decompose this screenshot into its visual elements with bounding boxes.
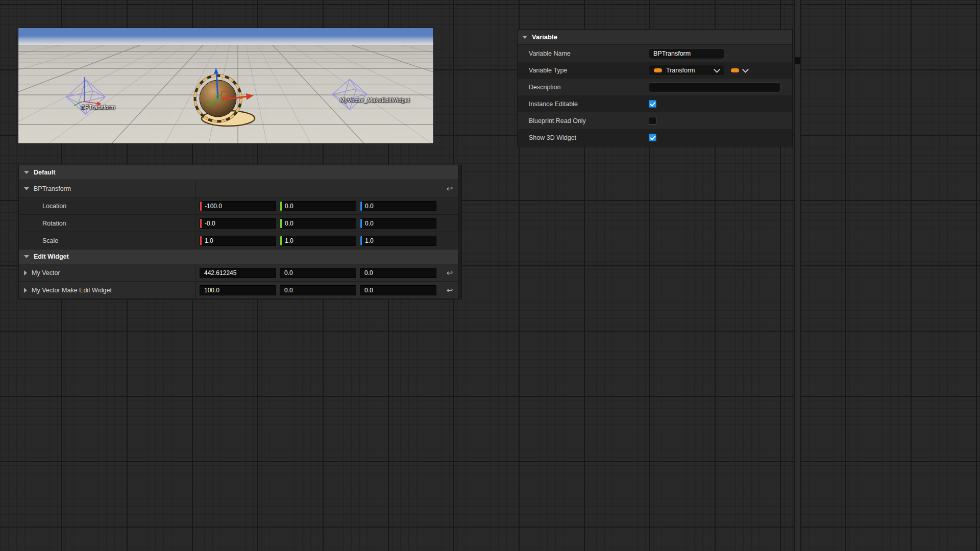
field-label: Variable Name: [518, 50, 649, 57]
collapse-triangle-icon[interactable]: [24, 255, 29, 258]
variable-type-row: Variable Type Transform: [518, 62, 792, 79]
property-row-scale: Scale 1.0 1.0 1.0: [19, 232, 461, 249]
property-label: Scale: [42, 237, 58, 244]
my-vector-mew-y-input[interactable]: 0.0: [280, 285, 356, 295]
actor-label-myvector-makeeditwidget: MyVector_MakeEditWidget: [340, 97, 410, 103]
rotation-z-value: 0.0: [362, 220, 374, 227]
field-label: Blueprint Read Only: [518, 117, 649, 124]
transform-type-pill-icon: [654, 68, 662, 72]
field-label: Variable Type: [518, 67, 649, 74]
scale-x-input[interactable]: 1.0: [200, 236, 276, 246]
scale-x-value: 1.0: [202, 237, 213, 244]
my-vector-y-value: 0.0: [284, 269, 293, 277]
scale-y-input[interactable]: 1.0: [280, 236, 356, 246]
location-x-value: -100.0: [202, 203, 222, 210]
property-row-rotation: Rotation -0.0 0.0 0.0: [19, 215, 461, 232]
instance-editable-checkbox[interactable]: [649, 100, 656, 108]
reset-to-default-button[interactable]: ↩: [443, 285, 456, 295]
rotation-y-input[interactable]: 0.0: [280, 218, 356, 229]
property-row-location: Location -100.0 0.0 0.0: [19, 197, 461, 215]
variable-section-header[interactable]: Variable: [518, 30, 792, 45]
my-vector-mew-z-value: 0.0: [364, 287, 373, 294]
rotation-z-input[interactable]: 0.0: [360, 218, 436, 229]
container-type-dropdown[interactable]: [729, 65, 756, 76]
category-header-default[interactable]: Default: [19, 165, 461, 180]
property-row-bptransform[interactable]: BPTransform ↩: [19, 180, 461, 197]
property-label: Location: [42, 203, 66, 210]
my-vector-x-input[interactable]: 442.612245: [200, 268, 276, 278]
scale-z-input[interactable]: 1.0: [360, 236, 436, 246]
field-label: Show 3D Widget: [518, 134, 649, 141]
container-type-pill-icon: [731, 68, 739, 72]
blueprint-graph-background[interactable]: BPTransform MyVector_MakeEditWidget Defa…: [0, 0, 980, 551]
instance-editable-row: Instance Editable: [518, 95, 792, 112]
field-label: Description: [518, 84, 649, 91]
property-row-my-vector[interactable]: My Vector 442.612245 0.0 0.0 ↩: [19, 264, 461, 282]
variable-type-dropdown[interactable]: Transform: [649, 65, 724, 76]
location-x-input[interactable]: -100.0: [200, 201, 276, 211]
actor-label-bptransform: BPTransform: [81, 104, 115, 110]
splitter-notch: [795, 57, 800, 64]
property-label: My Vector: [32, 269, 60, 277]
rotation-x-value: -0.0: [202, 220, 215, 227]
location-y-input[interactable]: 0.0: [280, 201, 356, 211]
variable-name-value: BPTransform: [653, 50, 691, 57]
my-vector-mew-x-value: 100.0: [204, 287, 219, 294]
show-3d-widget-row: Show 3D Widget: [518, 129, 792, 146]
chevron-down-icon: [714, 66, 720, 73]
my-vector-mew-x-input[interactable]: 100.0: [200, 285, 276, 295]
my-vector-z-value: 0.0: [364, 269, 373, 277]
variable-name-row: Variable Name BPTransform: [518, 45, 792, 62]
property-label: Rotation: [42, 220, 66, 227]
location-z-value: 0.0: [362, 203, 374, 210]
category-label: Edit Widget: [34, 253, 69, 260]
sky: [18, 28, 433, 45]
category-header-edit-widget[interactable]: Edit Widget: [19, 249, 461, 264]
rotation-x-input[interactable]: -0.0: [200, 218, 276, 229]
rotation-y-value: 0.0: [282, 220, 293, 227]
my-vector-z-input[interactable]: 0.0: [360, 268, 436, 278]
chevron-down-icon: [742, 66, 749, 73]
viewport-3d[interactable]: BPTransform MyVector_MakeEditWidget: [18, 28, 433, 143]
show-3d-widget-checkbox[interactable]: [649, 134, 656, 141]
location-z-input[interactable]: 0.0: [360, 201, 436, 211]
variable-type-value: Transform: [666, 67, 695, 74]
location-y-value: 0.0: [282, 203, 293, 210]
scale-y-value: 1.0: [282, 237, 293, 244]
viewport-render: [18, 28, 433, 143]
reset-to-default-button[interactable]: ↩: [443, 184, 456, 194]
collapse-triangle-icon[interactable]: [24, 187, 29, 190]
my-vector-y-input[interactable]: 0.0: [280, 268, 356, 278]
property-label: My Vector Make Edit Widget: [32, 287, 112, 294]
property-label: BPTransform: [34, 185, 71, 192]
variable-name-input[interactable]: BPTransform: [649, 48, 724, 59]
details-scrollbar[interactable]: [458, 165, 461, 299]
field-label: Instance Editable: [518, 101, 649, 108]
expand-triangle-icon[interactable]: [24, 270, 27, 276]
category-label: Default: [34, 169, 55, 176]
blueprint-read-only-checkbox[interactable]: [649, 117, 656, 124]
property-row-my-vector-make-edit-widget[interactable]: My Vector Make Edit Widget 100.0 0.0 0.0…: [19, 282, 461, 299]
details-panel: Default BPTransform ↩ Location -100.0 0.…: [18, 165, 462, 299]
reset-to-default-button[interactable]: ↩: [443, 268, 456, 278]
description-input[interactable]: [649, 82, 780, 92]
panel-splitter[interactable]: [794, 0, 801, 551]
blueprint-read-only-row: Blueprint Read Only: [518, 112, 792, 129]
section-title: Variable: [532, 33, 557, 41]
my-vector-mew-y-value: 0.0: [284, 287, 293, 294]
variable-details-panel: Variable Variable Name BPTransform Varia…: [517, 29, 793, 146]
expand-triangle-icon[interactable]: [24, 288, 27, 293]
scale-z-value: 1.0: [362, 237, 374, 244]
collapse-triangle-icon[interactable]: [24, 171, 29, 174]
my-vector-mew-z-input[interactable]: 0.0: [360, 285, 436, 295]
collapse-triangle-icon[interactable]: [522, 36, 527, 39]
my-vector-x-value: 442.612245: [204, 269, 236, 277]
description-row: Description: [518, 79, 792, 95]
